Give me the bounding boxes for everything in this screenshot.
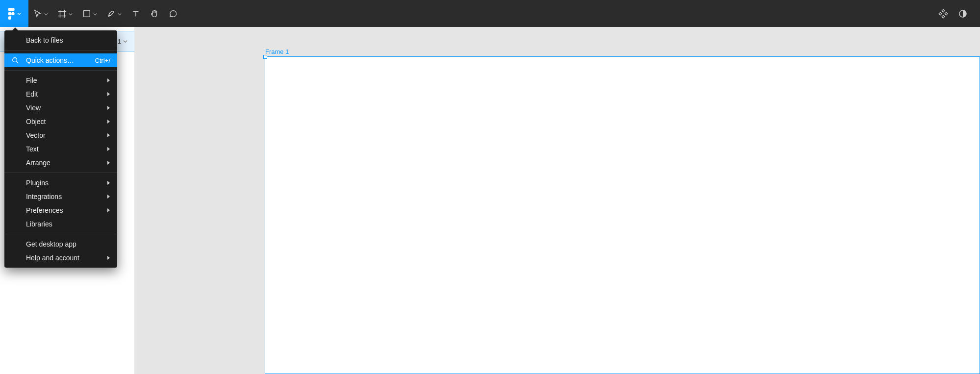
submenu-arrow-icon (106, 160, 110, 165)
svg-point-14 (13, 58, 17, 62)
menu-quick-actions[interactable]: Quick actions… Ctrl+/ (4, 53, 117, 67)
menu-item-label: Libraries (26, 220, 52, 228)
chevron-down-icon (118, 9, 122, 18)
chevron-down-icon (17, 12, 21, 16)
svg-rect-11 (939, 12, 942, 15)
selection-handle[interactable] (263, 55, 267, 59)
menu-item-label: Text (26, 145, 39, 153)
move-tool[interactable] (28, 0, 53, 27)
submenu-arrow-icon (106, 255, 110, 260)
submenu-arrow-icon (106, 208, 110, 213)
submenu-arrow-icon (106, 119, 110, 124)
menu-edit[interactable]: Edit (4, 87, 117, 101)
chevron-down-icon (69, 9, 73, 18)
frame-tool[interactable] (53, 0, 77, 27)
submenu-arrow-icon (106, 133, 110, 138)
chevron-down-icon (123, 39, 127, 44)
menu-item-label: Help and account (26, 254, 79, 262)
text-icon (131, 9, 140, 18)
menu-separator (4, 173, 117, 173)
menu-get-desktop-app[interactable]: Get desktop app (4, 237, 117, 251)
svg-rect-10 (942, 15, 945, 18)
svg-rect-9 (942, 9, 945, 12)
components-icon[interactable] (938, 8, 949, 19)
menu-item-label: Arrange (26, 159, 50, 167)
chevron-down-icon (93, 9, 97, 18)
svg-line-15 (17, 62, 19, 64)
menu-item-label: Edit (26, 90, 38, 98)
menu-object[interactable]: Object (4, 115, 117, 128)
svg-point-0 (11, 12, 15, 15)
frame-1[interactable]: Frame 1 (265, 56, 980, 374)
menu-item-label: Object (26, 118, 46, 125)
canvas[interactable]: Frame 1 (135, 27, 980, 374)
menu-file[interactable]: File (4, 74, 117, 87)
menu-separator (4, 234, 117, 234)
submenu-arrow-icon (106, 194, 110, 199)
main-menu: Back to files Quick actions… Ctrl+/ File… (4, 30, 117, 268)
menu-text[interactable]: Text (4, 142, 117, 156)
svg-rect-5 (84, 10, 90, 17)
dark-mode-icon[interactable] (957, 8, 968, 19)
frame-icon (58, 9, 67, 18)
submenu-arrow-icon (106, 180, 110, 185)
menu-vector[interactable]: Vector (4, 128, 117, 142)
menu-separator (4, 50, 117, 50)
menu-item-label: Integrations (26, 193, 62, 200)
hand-tool[interactable] (145, 0, 164, 27)
submenu-arrow-icon (106, 78, 110, 83)
main-toolbar (0, 0, 980, 27)
menu-item-label: Quick actions… (26, 56, 74, 64)
menu-view[interactable]: View (4, 101, 117, 115)
menu-preferences[interactable]: Preferences (4, 203, 117, 217)
menu-item-label: Vector (26, 131, 46, 139)
menu-integrations[interactable]: Integrations (4, 190, 117, 203)
menu-item-label: Back to files (26, 36, 63, 44)
svg-rect-12 (945, 12, 948, 15)
comment-tool[interactable] (164, 0, 182, 27)
layer-row-label: 1 (118, 38, 121, 45)
menu-item-label: Plugins (26, 179, 49, 187)
figma-logo-button[interactable] (0, 0, 28, 27)
pen-icon (107, 9, 116, 18)
menu-back-to-files[interactable]: Back to files (4, 33, 117, 47)
shape-icon (82, 9, 91, 18)
menu-plugins[interactable]: Plugins (4, 176, 117, 190)
chevron-down-icon (44, 9, 48, 18)
submenu-arrow-icon (106, 105, 110, 110)
pen-tool[interactable] (102, 0, 126, 27)
menu-help-and-account[interactable]: Help and account (4, 251, 117, 265)
submenu-arrow-icon (106, 147, 110, 151)
menu-item-shortcut: Ctrl+/ (95, 57, 110, 64)
move-icon (33, 9, 42, 18)
submenu-arrow-icon (106, 92, 110, 97)
menu-libraries[interactable]: Libraries (4, 217, 117, 231)
menu-separator (4, 70, 117, 71)
svg-point-6 (109, 15, 110, 16)
menu-arrange[interactable]: Arrange (4, 156, 117, 170)
text-tool[interactable] (126, 0, 145, 27)
menu-item-label: Get desktop app (26, 240, 76, 248)
menu-item-label: View (26, 104, 41, 112)
figma-logo-icon (7, 8, 15, 20)
hand-icon (150, 9, 159, 18)
shape-tool[interactable] (77, 0, 102, 27)
search-icon (11, 56, 19, 64)
comment-icon (169, 9, 177, 18)
frame-label[interactable]: Frame 1 (265, 48, 289, 55)
menu-item-label: File (26, 76, 37, 84)
menu-item-label: Preferences (26, 206, 63, 214)
